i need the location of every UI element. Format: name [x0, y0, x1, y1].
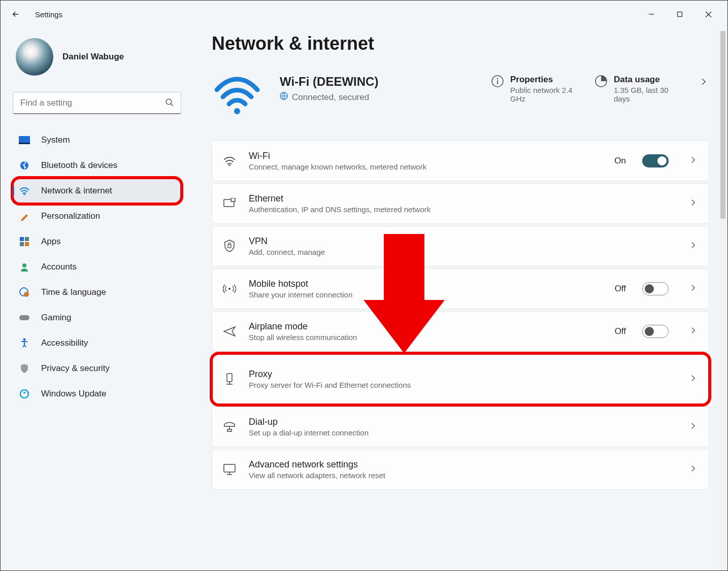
- chevron-right-icon[interactable]: [688, 324, 699, 339]
- sidebar: Daniel Wabuge System Bluetooth & devices…: [1, 28, 193, 570]
- chevron-right-icon[interactable]: [688, 281, 699, 296]
- card-sub: Set up a dial-up internet connection: [249, 428, 676, 437]
- toggle-label: Off: [615, 284, 626, 294]
- data-usage-sub: 1.35 GB, last 30 days: [614, 86, 680, 103]
- svg-rect-36: [224, 464, 235, 472]
- card-sub: Connect, manage known networks, metered …: [249, 162, 602, 171]
- card-title: Ethernet: [249, 193, 676, 204]
- svg-rect-1: [678, 12, 682, 17]
- card-sub: Add, connect, manage: [249, 248, 676, 256]
- svg-point-9: [23, 194, 25, 195]
- sidebar-item-label: Bluetooth & devices: [41, 160, 117, 171]
- sidebar-item-label: Network & internet: [41, 186, 112, 196]
- sidebar-item-label: Personalization: [41, 211, 100, 221]
- svg-rect-13: [25, 242, 29, 246]
- sidebar-item-windows-update[interactable]: Windows Update: [13, 381, 181, 407]
- sidebar-item-apps[interactable]: Apps: [13, 229, 181, 254]
- back-button[interactable]: [6, 4, 26, 24]
- sidebar-item-network[interactable]: Network & internet: [13, 178, 181, 204]
- brush-icon: [19, 211, 30, 222]
- search-input[interactable]: [13, 92, 181, 114]
- sidebar-item-personalization[interactable]: Personalization: [13, 204, 181, 229]
- apps-icon: [19, 236, 30, 247]
- svg-rect-29: [228, 245, 231, 248]
- chevron-right-icon[interactable]: [688, 372, 699, 387]
- svg-rect-12: [20, 242, 24, 246]
- close-button[interactable]: [694, 4, 722, 24]
- card-vpn[interactable]: VPNAdd, connect, manage: [212, 226, 709, 266]
- hotspot-toggle[interactable]: [642, 282, 669, 295]
- sidebar-item-label: Privacy & security: [41, 363, 110, 374]
- globe-icon: [280, 92, 288, 103]
- properties-sub: Public network 2.4 GHz: [510, 86, 576, 103]
- chevron-right-icon[interactable]: [688, 419, 699, 434]
- proxy-icon: [222, 373, 237, 386]
- sidebar-item-label: Accessibility: [41, 338, 88, 348]
- chevron-right-icon[interactable]: [688, 239, 699, 254]
- card-airplane-mode[interactable]: Airplane modeStop all wireless communica…: [212, 311, 709, 352]
- properties-label: Properties: [510, 75, 576, 85]
- card-dial-up[interactable]: Dial-upSet up a dial-up internet connect…: [212, 407, 709, 447]
- airplane-icon: [222, 325, 237, 338]
- card-proxy[interactable]: ProxyProxy server for Wi-Fi and Ethernet…: [212, 354, 709, 405]
- card-mobile-hotspot[interactable]: Mobile hotspotShare your internet connec…: [212, 268, 709, 309]
- card-wifi[interactable]: Wi-FiConnect, manage known networks, met…: [212, 141, 709, 181]
- sidebar-item-label: Apps: [41, 237, 61, 247]
- chevron-right-icon[interactable]: [688, 196, 699, 211]
- sidebar-item-time-language[interactable]: Time & language: [13, 280, 181, 305]
- scrollbar[interactable]: [719, 31, 726, 569]
- user-name: Daniel Wabuge: [62, 52, 124, 62]
- maximize-button[interactable]: [666, 4, 694, 24]
- card-title: Mobile hotspot: [249, 279, 603, 289]
- sidebar-item-privacy[interactable]: Privacy & security: [13, 356, 181, 381]
- toggle-label: Off: [615, 326, 626, 337]
- sidebar-item-accessibility[interactable]: Accessibility: [13, 330, 181, 356]
- titlebar: Settings: [1, 1, 727, 28]
- sidebar-item-label: System: [41, 135, 70, 145]
- airplane-toggle[interactable]: [642, 325, 669, 338]
- wifi-toggle[interactable]: [642, 154, 669, 167]
- hotspot-icon: [222, 283, 237, 294]
- card-title: VPN: [249, 236, 676, 247]
- content: Network & internet Wi-Fi (DEEWINC) Conne…: [193, 28, 727, 570]
- svg-rect-10: [20, 237, 24, 241]
- card-title: Dial-up: [249, 417, 676, 427]
- chevron-right-icon[interactable]: [698, 75, 709, 91]
- card-sub: Stop all wireless communication: [249, 333, 603, 342]
- card-advanced-network[interactable]: Advanced network settingsView all networ…: [212, 449, 709, 490]
- chevron-right-icon[interactable]: [688, 153, 699, 169]
- card-ethernet[interactable]: EthernetAuthentication, IP and DNS setti…: [212, 183, 709, 224]
- clock-globe-icon: [19, 287, 30, 298]
- svg-rect-28: [231, 198, 235, 201]
- update-icon: [19, 388, 30, 399]
- gamepad-icon: [19, 312, 30, 323]
- card-sub: Authentication, IP and DNS settings, met…: [249, 205, 676, 214]
- sidebar-item-bluetooth[interactable]: Bluetooth & devices: [13, 153, 181, 178]
- svg-rect-11: [25, 237, 29, 241]
- data-usage-icon: [594, 75, 608, 90]
- minimize-button[interactable]: [637, 4, 666, 24]
- sidebar-item-gaming[interactable]: Gaming: [13, 305, 181, 330]
- hero-network-status: Wi-Fi (DEEWINC) Connected, secured Prope…: [212, 75, 709, 117]
- shield-icon: [19, 363, 30, 374]
- profile[interactable]: Daniel Wabuge: [16, 38, 181, 76]
- chevron-right-icon[interactable]: [688, 462, 699, 477]
- accessibility-icon: [19, 338, 30, 349]
- sidebar-item-label: Gaming: [41, 313, 72, 323]
- card-sub: View all network adapters, network reset: [249, 471, 676, 480]
- data-usage-link[interactable]: Data usage 1.35 GB, last 30 days: [594, 75, 680, 103]
- sidebar-item-accounts[interactable]: Accounts: [13, 254, 181, 280]
- ethernet-icon: [222, 198, 237, 209]
- sidebar-item-label: Accounts: [41, 262, 77, 272]
- wifi-icon: [222, 155, 237, 166]
- sidebar-item-system[interactable]: System: [13, 127, 181, 153]
- card-title: Advanced network settings: [249, 459, 676, 470]
- card-title: Wi-Fi: [249, 151, 602, 161]
- svg-rect-17: [19, 315, 29, 320]
- card-sub: Proxy server for Wi-Fi and Ethernet conn…: [249, 381, 676, 389]
- monitor-icon: [222, 463, 237, 476]
- app-title: Settings: [35, 10, 62, 19]
- properties-link[interactable]: Properties Public network 2.4 GHz: [491, 75, 576, 103]
- sidebar-item-label: Windows Update: [41, 389, 107, 399]
- wifi-icon: [19, 185, 30, 196]
